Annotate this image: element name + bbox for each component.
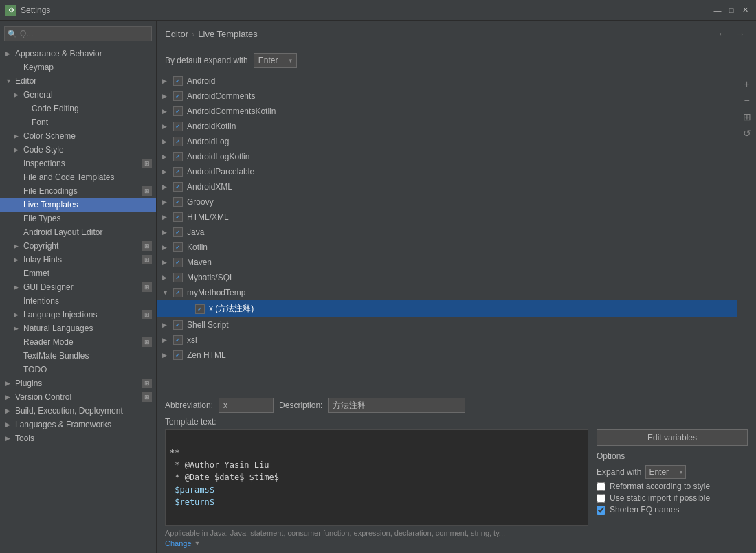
template-group-androidparcelable[interactable]: ▶ ✓ AndroidParcelable [157, 164, 737, 179]
template-group-mymethodtemp[interactable]: ▼ ✓ myMethodTemp [157, 285, 737, 300]
expand-with-option-row: Expand with Enter Tab Space [597, 465, 748, 479]
sidebar-item-copyright[interactable]: ▶ Copyright ⊞ [0, 239, 156, 253]
copy-template-button[interactable]: ⊞ [740, 109, 755, 124]
maven-checkbox[interactable]: ✓ [173, 258, 183, 267]
sidebar-item-label: Color Scheme [23, 131, 76, 141]
shorten-fq-checkbox[interactable] [597, 506, 605, 515]
sidebar-item-file-encodings[interactable]: File Encodings ⊞ [0, 184, 156, 198]
sidebar-item-label: Natural Languages [23, 324, 93, 333]
sidebar-item-editor[interactable]: ▼ Editor [0, 74, 156, 88]
maximize-btn[interactable]: □ [726, 5, 737, 16]
template-child-x[interactable]: ✓ x (方法注释) [157, 300, 737, 317]
sidebar-item-general[interactable]: ▶ General [0, 88, 156, 102]
expand-with-option-select[interactable]: Enter Tab Space [645, 465, 686, 479]
xsl-checkbox[interactable]: ✓ [173, 335, 183, 345]
mymethodtemp-checkbox[interactable]: ✓ [173, 288, 183, 297]
sidebar-item-inspections[interactable]: Inspections ⊞ [0, 157, 156, 170]
zenhtml-checkbox[interactable]: ✓ [173, 350, 183, 360]
androidcomments-checkbox[interactable]: ✓ [173, 91, 183, 101]
template-group-mybatissql[interactable]: ▶ ✓ Mybatis/SQL [157, 270, 737, 285]
template-group-androidlogkotlin[interactable]: ▶ ✓ AndroidLogKotlin [157, 149, 737, 164]
group-label: Java [187, 227, 204, 237]
chevron-right-icon: ▶ [162, 244, 170, 251]
sidebar-item-intentions[interactable]: Intentions [0, 294, 156, 308]
reformat-checkbox[interactable] [597, 482, 605, 491]
minimize-btn[interactable]: — [712, 5, 723, 16]
sidebar-item-build-execution[interactable]: ▶ Build, Execution, Deployment [0, 404, 156, 418]
chevron-right-icon: ▶ [5, 421, 14, 428]
sidebar-item-file-types[interactable]: File Types [0, 212, 156, 225]
sidebar-item-gui-designer[interactable]: ▶ GUI Designer ⊞ [0, 280, 156, 294]
sidebar-item-textmate-bundles[interactable]: TextMate Bundles [0, 349, 156, 363]
kotlin-checkbox[interactable]: ✓ [173, 242, 183, 252]
sidebar-item-file-code-templates[interactable]: File and Code Templates [0, 170, 156, 184]
androidcommentskotlin-checkbox[interactable]: ✓ [173, 106, 183, 116]
androidlog-checkbox[interactable]: ✓ [173, 137, 183, 146]
forward-button[interactable]: → [733, 26, 748, 41]
edit-variables-button[interactable]: Edit variables [597, 429, 748, 446]
template-group-maven[interactable]: ▶ ✓ Maven [157, 255, 737, 270]
mybatissql-checkbox[interactable]: ✓ [173, 273, 183, 282]
sidebar-item-todo[interactable]: TODO [0, 363, 156, 376]
sidebar-item-font[interactable]: Font [0, 115, 156, 129]
abbreviation-input[interactable] [219, 398, 274, 413]
android-checkbox[interactable]: ✓ [173, 76, 183, 86]
sidebar-item-color-scheme[interactable]: ▶ Color Scheme [0, 129, 156, 143]
androidkotlin-checkbox[interactable]: ✓ [173, 122, 183, 131]
sidebar-item-version-control[interactable]: ▶ Version Control ⊞ [0, 390, 156, 404]
revert-template-button[interactable]: ↺ [740, 126, 755, 141]
group-label: AndroidLog [187, 137, 229, 146]
description-input[interactable] [328, 398, 465, 413]
sidebar-item-tools[interactable]: ▶ Tools [0, 431, 156, 445]
close-btn[interactable]: ✕ [740, 5, 751, 16]
template-group-androidlog[interactable]: ▶ ✓ AndroidLog [157, 134, 737, 149]
add-template-button[interactable]: + [740, 76, 755, 91]
remove-template-button[interactable]: − [740, 93, 755, 108]
sidebar-item-keymap[interactable]: Keymap [0, 60, 156, 74]
back-button[interactable]: ← [715, 26, 730, 41]
template-group-shell[interactable]: ▶ ✓ Shell Script [157, 317, 737, 332]
sidebar-item-plugins[interactable]: ▶ Plugins ⊞ [0, 376, 156, 390]
template-group-androidcommentskotlin[interactable]: ▶ ✓ AndroidCommentsKotlin [157, 104, 737, 119]
htmlxml-checkbox[interactable]: ✓ [173, 212, 183, 222]
template-group-zenhtml[interactable]: ▶ ✓ Zen HTML [157, 348, 737, 363]
template-group-groovy[interactable]: ▶ ✓ Groovy [157, 194, 737, 210]
chevron-right-icon: ▶ [5, 435, 14, 442]
sidebar-item-natural-languages[interactable]: ▶ Natural Languages [0, 321, 156, 335]
reformat-checkbox-row: Reformat according to style [597, 482, 748, 491]
androidlogkotlin-checkbox[interactable]: ✓ [173, 152, 183, 161]
sidebar-item-label: Build, Execution, Deployment [15, 406, 123, 416]
sidebar-item-code-style[interactable]: ▶ Code Style [0, 143, 156, 157]
sidebar-item-reader-mode[interactable]: Reader Mode ⊞ [0, 335, 156, 349]
sidebar-item-live-templates[interactable]: Live Templates [0, 198, 156, 212]
sidebar-item-label: Code Editing [32, 104, 79, 113]
template-group-xsl[interactable]: ▶ ✓ xsl [157, 332, 737, 348]
java-checkbox[interactable]: ✓ [173, 227, 183, 237]
template-group-androidcomments[interactable]: ▶ ✓ AndroidComments [157, 89, 737, 104]
androidparcelable-checkbox[interactable]: ✓ [173, 167, 183, 177]
search-input[interactable] [4, 26, 152, 41]
group-label: Maven [187, 258, 212, 267]
x-checkbox[interactable]: ✓ [195, 304, 205, 314]
sidebar-item-inlay-hints[interactable]: ▶ Inlay Hints ⊞ [0, 253, 156, 267]
change-link[interactable]: Change [165, 539, 192, 548]
shell-checkbox[interactable]: ✓ [173, 320, 183, 330]
template-group-java[interactable]: ▶ ✓ Java [157, 225, 737, 240]
expand-with-select[interactable]: Enter Tab Space [254, 53, 297, 68]
template-group-android[interactable]: ▶ ✓ Android [157, 74, 737, 89]
template-group-kotlin[interactable]: ▶ ✓ Kotlin [157, 240, 737, 255]
sidebar-item-emmet[interactable]: Emmet [0, 267, 156, 280]
chevron-right-icon: ▶ [14, 133, 22, 139]
template-editor[interactable]: ** * @Author Yasin Liu * @Date $date$ $t… [165, 429, 588, 526]
template-group-androidkotlin[interactable]: ▶ ✓ AndroidKotlin [157, 119, 737, 134]
sidebar-item-code-editing[interactable]: Code Editing [0, 102, 156, 115]
static-import-checkbox[interactable] [597, 494, 605, 503]
androidxml-checkbox[interactable]: ✓ [173, 182, 183, 192]
sidebar-item-languages-frameworks[interactable]: ▶ Languages & Frameworks [0, 418, 156, 431]
groovy-checkbox[interactable]: ✓ [173, 197, 183, 207]
sidebar-item-appearance[interactable]: ▶ Appearance & Behavior [0, 47, 156, 60]
sidebar-item-android-layout-editor[interactable]: Android Layout Editor [0, 225, 156, 239]
sidebar-item-language-injections[interactable]: ▶ Language Injections ⊞ [0, 308, 156, 321]
template-group-androidxml[interactable]: ▶ ✓ AndroidXML [157, 179, 737, 194]
template-group-htmlxml[interactable]: ▶ ✓ HTML/XML [157, 210, 737, 225]
